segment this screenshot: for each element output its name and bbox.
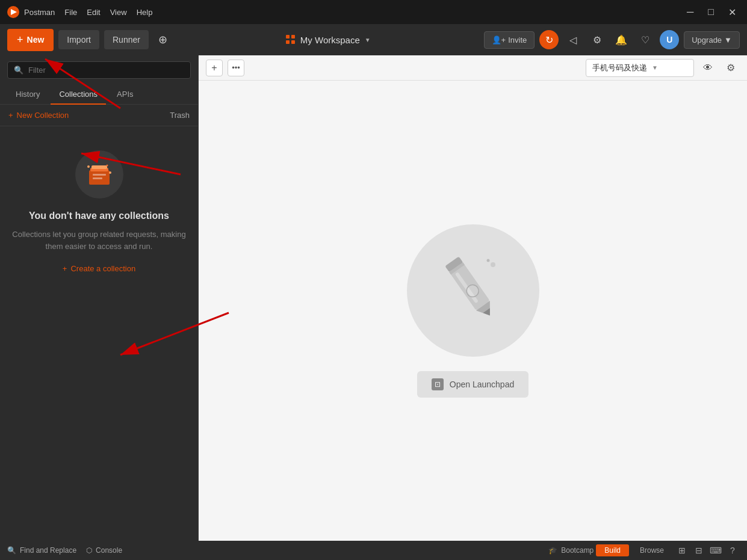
sidebar: 🔍 History Collections APIs + <box>0 55 199 541</box>
svg-rect-9 <box>93 177 102 179</box>
svg-point-6 <box>109 171 111 174</box>
invite-person-icon: 👤+ <box>492 35 506 45</box>
keyboard-icon[interactable]: ⌨ <box>708 543 723 558</box>
sidebar-search: 🔍 <box>0 55 198 85</box>
tab-history[interactable]: History <box>7 85 48 105</box>
new-collection-button[interactable]: + New Collection <box>8 111 69 120</box>
browse-tab[interactable]: Browse <box>631 544 672 556</box>
filter-settings-button[interactable]: ⚙ <box>722 59 740 77</box>
main-content: + ••• 手机号码及快递 ▼ 👁 ⚙ <box>199 55 747 541</box>
open-launchpad-button[interactable]: ⊡ Open Launchpad <box>417 371 528 398</box>
plus-icon: + <box>63 264 67 273</box>
work-area: ⊡ Open Launchpad <box>199 81 747 541</box>
user-avatar[interactable]: U <box>660 30 679 49</box>
invite-button[interactable]: 👤+ Invite <box>484 31 535 49</box>
runner-button[interactable]: Runner <box>104 30 149 49</box>
statusbar: 🔍 Find and Replace ⬡ Console 🎓 Bootcamp … <box>0 541 747 560</box>
content-toolbar: + ••• 手机号码及快递 ▼ 👁 ⚙ <box>199 55 747 81</box>
import-button[interactable]: Import <box>58 30 99 49</box>
new-button[interactable]: + New <box>7 29 54 51</box>
console-icon: ⬡ <box>86 546 92 555</box>
empty-title: You don't have any collections <box>29 211 169 221</box>
close-button[interactable]: ✕ <box>725 5 740 19</box>
content-more-button[interactable]: ••• <box>228 60 244 76</box>
svg-point-5 <box>87 165 90 168</box>
content-add-button[interactable]: + <box>206 60 223 76</box>
workspace-chevron-icon: ▼ <box>365 37 371 43</box>
workspace-label: My Workspace <box>300 35 360 45</box>
search-input[interactable] <box>28 66 184 75</box>
content-toolbar-right: 手机号码及快递 ▼ 👁 ⚙ <box>586 59 740 77</box>
main-layout: 🔍 History Collections APIs + <box>0 55 747 541</box>
notifications-icon[interactable]: 🔔 <box>612 30 631 49</box>
titlebar-left: Postman File Edit View Help <box>7 6 152 18</box>
tab-apis[interactable]: APIs <box>108 85 141 105</box>
svg-rect-8 <box>93 174 106 176</box>
create-collection-link[interactable]: + Create a collection <box>63 264 135 273</box>
menu-file[interactable]: File <box>64 8 77 17</box>
build-tab[interactable]: Build <box>596 544 629 556</box>
empty-illustration <box>407 224 539 357</box>
titlebar-controls: ─ □ ✕ <box>683 5 740 19</box>
upgrade-button[interactable]: Upgrade ▼ <box>684 31 740 49</box>
upgrade-chevron-icon: ▼ <box>724 35 732 45</box>
api-network-icon[interactable]: ◁ <box>563 30 583 49</box>
menu-view[interactable]: View <box>110 8 127 17</box>
collection-box-svg <box>84 159 114 189</box>
layout-icon[interactable]: ⊟ <box>692 543 706 558</box>
toolbar: + New Import Runner ⊕ My Workspace ▼ 👤+ … <box>0 24 747 55</box>
maximize-button[interactable]: □ <box>704 5 718 19</box>
search-icon: 🔍 <box>7 546 16 555</box>
titlebar-menu: File Edit View Help <box>64 8 152 17</box>
collections-empty-state: You don't have any collections Collectio… <box>0 126 198 297</box>
new-label: New <box>27 35 45 45</box>
menu-edit[interactable]: Edit <box>87 8 100 17</box>
help-icon[interactable]: ? <box>725 543 740 558</box>
minimize-button[interactable]: ─ <box>683 5 697 19</box>
eye-button[interactable]: 👁 <box>699 59 717 77</box>
search-icon: 🔍 <box>14 66 23 75</box>
svg-point-18 <box>486 259 489 262</box>
heart-icon[interactable]: ♡ <box>636 30 655 49</box>
svg-rect-4 <box>91 165 107 169</box>
svg-point-7 <box>106 165 108 167</box>
pen-illustration <box>434 251 512 330</box>
svg-point-17 <box>491 262 495 267</box>
find-replace-button[interactable]: 🔍 Find and Replace <box>7 546 76 555</box>
new-collection-bar: + New Collection Trash <box>0 105 198 126</box>
trash-button[interactable]: Trash <box>170 111 190 120</box>
new-tab-button[interactable]: ⊕ <box>153 30 173 49</box>
env-label: 手机号码及快递 <box>592 63 647 73</box>
console-button[interactable]: ⬡ Console <box>86 546 122 555</box>
grid-view-icon[interactable]: ⊞ <box>675 543 689 558</box>
titlebar: Postman File Edit View Help ─ □ ✕ <box>0 0 747 24</box>
environment-selector[interactable]: 手机号码及快递 ▼ <box>586 59 694 77</box>
workspace-grid-icon <box>286 35 296 45</box>
app-logo <box>7 6 19 18</box>
statusbar-left: 🔍 Find and Replace ⬡ Console <box>7 546 122 555</box>
collections-icon <box>75 150 123 198</box>
launchpad-icon: ⊡ <box>432 378 444 390</box>
plus-icon: + <box>8 111 13 120</box>
bootcamp-icon: 🎓 <box>548 546 557 555</box>
tab-collections[interactable]: Collections <box>51 85 106 105</box>
toolbar-right: 👤+ Invite ↻ ◁ ⚙ 🔔 ♡ U Upgrade ▼ <box>484 30 740 49</box>
sync-button[interactable]: ↻ <box>539 30 559 49</box>
statusbar-right: 🎓 Bootcamp Build Browse ⊞ ⊟ ⌨ ? <box>548 543 740 558</box>
plus-icon: + <box>17 34 23 46</box>
bootcamp-button[interactable]: 🎓 Bootcamp <box>548 546 594 555</box>
workspace-selector[interactable]: My Workspace ▼ <box>280 31 377 49</box>
menu-help[interactable]: Help <box>137 8 153 17</box>
env-chevron-icon: ▼ <box>652 64 658 71</box>
app-title: Postman <box>24 8 55 17</box>
content-toolbar-left: + ••• <box>206 60 244 76</box>
empty-desc: Collections let you group related reques… <box>12 229 186 252</box>
search-wrap: 🔍 <box>7 61 191 79</box>
sidebar-tabs: History Collections APIs <box>0 85 198 105</box>
settings-icon[interactable]: ⚙ <box>587 30 607 49</box>
